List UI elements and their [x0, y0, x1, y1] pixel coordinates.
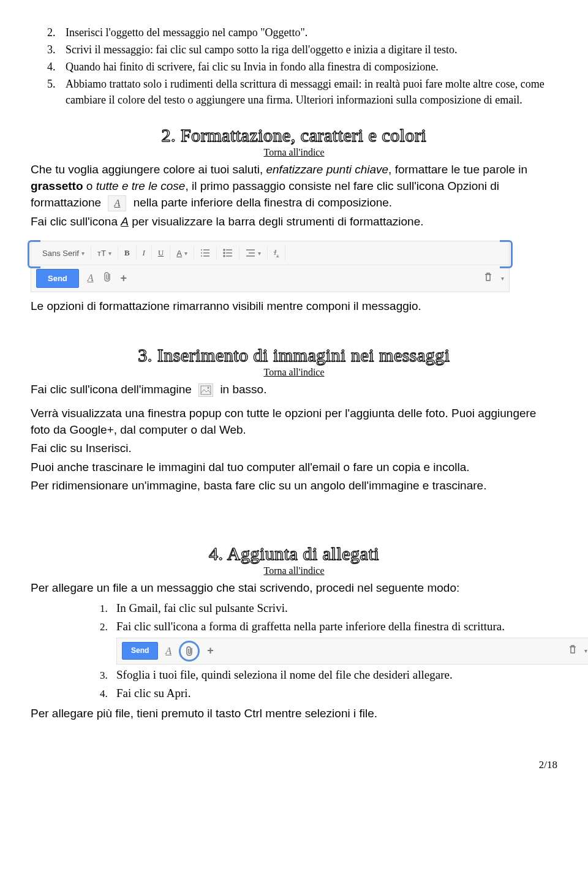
indent-button[interactable]: ▾	[239, 246, 268, 260]
list-text: Quando hai finito di scrivere, fai clic …	[66, 61, 439, 73]
attach-toolbar-mockup: Send A + ▾	[116, 638, 588, 665]
format-toggle-button[interactable]: A	[165, 644, 172, 658]
section-heading-3: 3. Inserimento di immagini nei messaggi	[31, 345, 557, 366]
attach-button[interactable]	[102, 271, 112, 285]
more-options-button[interactable]: +	[207, 643, 214, 658]
paragraph: Per allegare più file, tieni premuto il …	[31, 706, 557, 722]
list-item: Abbiamo trattato solo i rudimenti della …	[58, 76, 557, 108]
section-heading-2: 2. Formattazione, caratteri e colori	[31, 125, 557, 146]
send-button[interactable]: Send	[122, 642, 158, 660]
list-text: Inserisci l'oggetto del messaggio nel ca…	[66, 26, 307, 39]
list-item: Fai clic su Apri.	[110, 685, 557, 702]
text-size-button[interactable]: тT▾	[91, 246, 118, 260]
paragraph: Per ridimensionare un'immagine, basta fa…	[31, 478, 557, 494]
svg-point-8	[224, 255, 225, 257]
back-to-index-link[interactable]: Torna all'indice	[31, 565, 557, 576]
discard-button[interactable]	[484, 271, 492, 285]
format-a-icon: A	[108, 195, 126, 211]
clear-format-button[interactable]: Ix	[268, 245, 285, 261]
discard-button[interactable]	[568, 643, 577, 659]
paragraph: Fai clic sull'icona A per visualizzare l…	[31, 214, 557, 230]
attachment-steps-list: In Gmail, fai clic sul pulsante Scrivi. …	[31, 600, 557, 702]
highlight-bracket-right	[500, 240, 513, 268]
format-toggle-button[interactable]: A	[88, 273, 94, 284]
svg-point-16	[208, 387, 209, 389]
list-item: Fai clic sull'icona a forma di graffetta…	[110, 619, 557, 665]
list-item: Quando hai finito di scrivere, fai clic …	[58, 59, 557, 75]
bold-button[interactable]: B	[118, 246, 137, 260]
paragraph: Fai clic sull'icona dell'immagine in bas…	[31, 382, 557, 398]
svg-point-6	[224, 249, 225, 251]
list-item: Sfoglia i tuoi file, quindi seleziona il…	[110, 667, 557, 684]
paragraph: Fai clic su Inserisci.	[31, 440, 557, 457]
num-list-icon	[200, 249, 210, 257]
trash-icon	[484, 272, 492, 282]
menu-caret[interactable]: ▾	[584, 647, 587, 655]
paragraph: Puoi anche trascinare le immagini dal tu…	[31, 459, 557, 476]
formatting-toolbar-mockup: Sans Serif▾ тT▾ B I U A▾ ▾ Ix Send A + ▾	[31, 241, 510, 292]
attach-button-highlighted[interactable]	[179, 641, 200, 662]
list-text: Abbiamo trattato solo i rudimenti della …	[66, 78, 545, 90]
underline-button[interactable]: U	[152, 246, 170, 260]
list-text: Scrivi il messaggio: fai clic sul campo …	[66, 43, 458, 56]
menu-caret[interactable]: ▾	[501, 275, 504, 282]
indent-icon	[246, 249, 255, 257]
paperclip-icon	[102, 271, 112, 282]
instruction-list: Inserisci l'oggetto del messaggio nel ca…	[31, 25, 557, 108]
back-to-index-link[interactable]: Torna all'indice	[31, 367, 557, 378]
list-item: In Gmail, fai clic sul pulsante Scrivi.	[110, 600, 557, 617]
svg-point-7	[224, 252, 225, 254]
back-to-index-link[interactable]: Torna all'indice	[31, 147, 557, 158]
svg-rect-15	[201, 386, 211, 394]
bullet-list-button[interactable]	[217, 246, 239, 260]
more-options-button[interactable]: +	[121, 272, 127, 285]
numbered-list-button[interactable]	[194, 246, 217, 260]
highlight-bracket-left	[28, 240, 40, 268]
trash-icon	[568, 644, 577, 654]
text-color-button[interactable]: A▾	[170, 246, 194, 260]
paperclip-icon	[185, 646, 194, 656]
list-item: Scrivi il messaggio: fai clic sul campo …	[58, 42, 557, 58]
page-number: 2/18	[31, 759, 557, 771]
paragraph: Verrà visualizzata una finestra popup co…	[31, 405, 557, 438]
italic-button[interactable]: I	[137, 246, 152, 260]
list-item: Inserisci l'oggetto del messaggio nel ca…	[58, 25, 557, 40]
paragraph: Le opzioni di formattazione rimarranno v…	[31, 298, 557, 315]
font-selector[interactable]: Sans Serif▾	[36, 246, 91, 260]
paragraph: Per allegare un file a un messaggio che …	[31, 580, 557, 597]
paragraph: Che tu voglia aggiungere colore ai tuoi …	[31, 162, 557, 211]
list-text: cambiare il colore del testo o aggiunger…	[66, 94, 522, 106]
insert-image-icon	[198, 383, 213, 397]
send-button[interactable]: Send	[36, 269, 79, 288]
section-heading-4: 4. Aggiunta di allegati	[31, 543, 557, 564]
bullet-list-icon	[223, 249, 233, 257]
